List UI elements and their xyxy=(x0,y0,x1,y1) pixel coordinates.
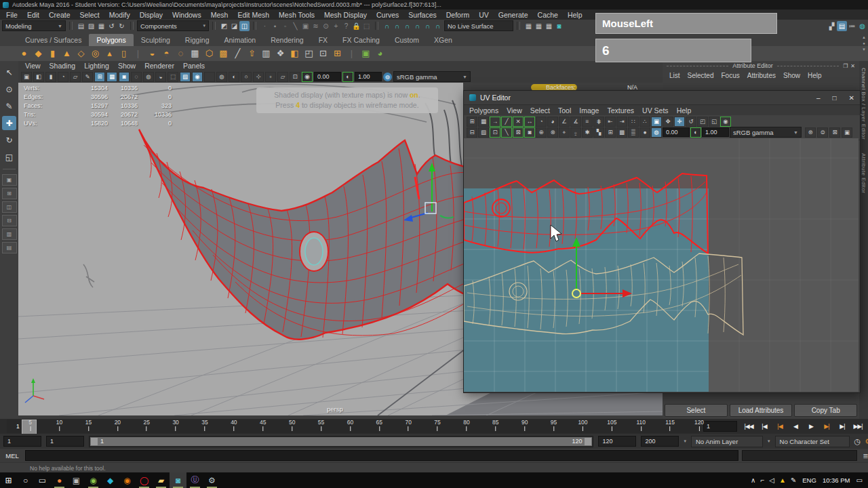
chrome-icon[interactable]: ◉ xyxy=(85,472,102,488)
minimize-button[interactable]: – xyxy=(816,94,821,102)
uv-move-icon[interactable]: ⊟ xyxy=(467,127,477,138)
shelf-tab[interactable]: FX Caching xyxy=(335,34,387,46)
float-window-icon[interactable]: ❐ xyxy=(843,63,848,69)
view-grid-icon[interactable]: ⊗ xyxy=(547,127,558,138)
menu-item[interactable]: Help xyxy=(568,11,583,19)
menu-item[interactable]: Modify xyxy=(109,11,130,19)
distortion-icon[interactable]: ✱ xyxy=(582,127,593,138)
select-tool-icon[interactable]: ↖ xyxy=(2,65,16,79)
shelf-tab[interactable]: Custom xyxy=(387,34,427,46)
uv-contrast-field[interactable]: 1.00 xyxy=(702,127,729,137)
select-camera-icon[interactable]: ▣ xyxy=(21,72,32,82)
modeling-toolkit-icon[interactable]: ▞ xyxy=(827,21,837,31)
rgb-channels-icon[interactable]: ▒ xyxy=(628,127,639,138)
image-plane-icon[interactable]: ▱ xyxy=(70,72,81,82)
exposure-icon[interactable]: ◉ xyxy=(302,72,313,82)
menu-item[interactable]: Mesh Tools xyxy=(279,11,315,19)
render-settings-icon[interactable]: ▦ xyxy=(544,21,554,31)
menu-item[interactable]: Selected xyxy=(688,72,714,79)
maya-taskbar-icon[interactable]: ◙ xyxy=(170,472,186,488)
step-back-frame-button[interactable]: |◀ xyxy=(757,423,772,430)
play-forwards-button[interactable]: ▶ xyxy=(804,423,818,430)
uv-snapshot-icon[interactable]: ⊛ xyxy=(805,127,816,138)
live-surface-field[interactable]: No Live Surface xyxy=(444,20,513,31)
flip-v-icon[interactable]: ╱ xyxy=(501,117,512,127)
shelf-tab[interactable]: FX xyxy=(311,34,335,46)
divider[interactable] xyxy=(212,22,216,30)
smooth-icon[interactable]: ⬡ xyxy=(203,47,216,60)
mask-face-icon[interactable]: ▣ xyxy=(300,21,311,31)
psd-network-icon[interactable]: ⊜ xyxy=(817,127,828,138)
divider[interactable] xyxy=(375,22,378,30)
shelf-tab[interactable]: Sculpting xyxy=(134,34,178,46)
playback-start-field[interactable]: 1 xyxy=(46,436,84,447)
grid-b-icon[interactable]: ▩ xyxy=(616,127,627,138)
range-start-handle[interactable] xyxy=(91,438,98,445)
snap-a-icon[interactable]: ∷ xyxy=(628,117,639,127)
grid-icon[interactable]: ⊡ xyxy=(290,72,300,82)
uv-editor-canvas[interactable] xyxy=(464,138,859,392)
tray-network-icon[interactable]: ⌐ xyxy=(760,476,764,484)
layout-custom-icon[interactable]: ▤ xyxy=(2,242,17,253)
boolean-difference-icon[interactable]: ◓ xyxy=(160,47,173,60)
texture-borders-icon[interactable]: ⊞ xyxy=(605,127,616,138)
tray-gdrive-icon[interactable]: ▲ xyxy=(779,476,786,484)
combine-icon[interactable]: ◌ xyxy=(174,47,187,60)
go-to-start-button[interactable]: |◀◀ xyxy=(741,423,756,430)
select-object-icon[interactable]: ◪ xyxy=(229,21,239,31)
lattice-icon[interactable]: ⊞ xyxy=(331,47,344,60)
layout-outliner-icon[interactable]: ▥ xyxy=(2,228,17,240)
gamma-dropdown[interactable]: sRGB gamma▼ xyxy=(393,71,471,82)
history-icon[interactable]: ↺ xyxy=(686,117,696,127)
paste-uv-icon[interactable]: ◱ xyxy=(709,117,719,127)
close-panel-icon[interactable]: ✕ xyxy=(850,63,855,69)
mask-handle-icon[interactable]: + xyxy=(331,21,341,31)
contrast-field[interactable]: 1.00 xyxy=(355,72,382,81)
select-component-icon[interactable]: ◫ xyxy=(239,21,250,31)
menu-item[interactable]: Create xyxy=(49,11,71,19)
layout-two-side-icon[interactable]: ◫ xyxy=(2,201,17,213)
flat-lighting-icon[interactable]: ◐ xyxy=(229,72,239,82)
unfold-v-icon[interactable]: ╲ xyxy=(501,127,512,138)
snap-curve-icon[interactable]: ∩ xyxy=(392,21,402,31)
pinch-icon[interactable]: ∡ xyxy=(570,117,581,127)
animation-preferences-icon[interactable]: ⚙ xyxy=(865,437,868,446)
grab-icon[interactable]: ∠ xyxy=(559,117,570,127)
menu-item[interactable]: Polygons xyxy=(469,106,498,115)
tray-chevron-icon[interactable]: ∧ xyxy=(751,476,755,484)
uv-rotate-icon[interactable]: ▧ xyxy=(478,127,489,138)
language-indicator[interactable]: ENG xyxy=(802,476,816,484)
menu-item[interactable]: Generate xyxy=(498,11,528,19)
range-track[interactable]: 1 120 xyxy=(89,436,593,447)
range-bar[interactable]: 1 120 xyxy=(90,437,592,446)
play-backwards-button[interactable]: ◀ xyxy=(788,423,803,430)
clock[interactable]: 10:36 PM xyxy=(823,476,850,484)
menu-item[interactable]: Surfaces xyxy=(408,11,436,19)
menu-item[interactable]: Help xyxy=(677,106,692,115)
bridge-icon[interactable]: ▥ xyxy=(260,47,273,60)
mirror-icon[interactable]: ◧ xyxy=(288,47,301,60)
load-attributes-button[interactable]: Load Attributes xyxy=(730,404,793,417)
unfold-h-icon[interactable]: ⊡ xyxy=(490,127,500,138)
copy-uv-icon[interactable]: ◰ xyxy=(697,117,708,127)
range-end-handle[interactable] xyxy=(585,438,591,445)
move-tool-icon[interactable]: ✚ xyxy=(2,116,16,130)
playback-end-field[interactable]: 120 xyxy=(598,436,636,447)
file-explorer-icon[interactable]: ▰ xyxy=(153,472,170,488)
tray-clip-icon[interactable]: ✎ xyxy=(791,476,796,484)
joints-xray-icon[interactable]: ◉ xyxy=(192,72,203,82)
select-button[interactable]: Select xyxy=(665,404,728,417)
lights-icon[interactable]: ◌ xyxy=(131,72,142,82)
menu-item[interactable]: UV Sets xyxy=(642,106,669,115)
panel-menu-item[interactable]: Lighting xyxy=(84,62,109,70)
redo-icon[interactable]: ↻ xyxy=(117,21,127,31)
search-icon[interactable]: ○ xyxy=(17,472,34,488)
menu-item[interactable]: Image xyxy=(579,106,599,115)
snap-view-plane-icon[interactable]: ∩ xyxy=(422,21,433,31)
mask-hull-icon[interactable]: ≋ xyxy=(311,21,321,31)
divider[interactable] xyxy=(253,22,256,30)
utility-app-icon[interactable]: Ⓤ xyxy=(186,472,203,488)
xray-icon[interactable]: ▧ xyxy=(180,72,191,82)
cut-uv-icon[interactable]: ◔ xyxy=(536,117,547,127)
current-frame-field[interactable]: 1 xyxy=(703,421,737,432)
